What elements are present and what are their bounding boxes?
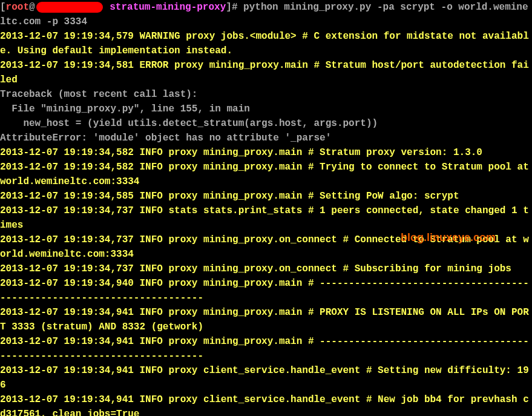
log-line-listening: 2013-12-07 19:19:34,941 INFO proxy minin…: [0, 307, 529, 332]
traceback-code: new_host = (yield utils.detect_stratum(a…: [0, 118, 378, 129]
log-line-info: 2013-12-07 19:19:34,585 INFO proxy minin…: [0, 191, 459, 202]
traceback-exception: AttributeError: 'module' object has no a…: [0, 133, 331, 144]
traceback-file: File "mining_proxy.py", line 155, in mai…: [0, 104, 250, 114]
terminal-output: [root@ stratum-mining-proxy]# python min…: [0, 0, 532, 416]
prompt-user: root: [6, 2, 29, 13]
log-line-info: 2013-12-07 19:19:34,737 INFO proxy minin…: [0, 263, 511, 274]
host-redacted-blob: [36, 2, 103, 13]
log-line-info: 2013-12-07 19:19:34,582 INFO proxy minin…: [0, 147, 482, 158]
prompt-open-bracket: [: [0, 2, 6, 13]
prompt-at: @: [29, 2, 35, 13]
log-line-error: 2013-12-07 19:19:34,581 ERROR proxy mini…: [0, 60, 529, 85]
log-line-divider: 2013-12-07 19:19:34,941 INFO proxy minin…: [0, 336, 529, 362]
prompt-close-bracket: ]: [226, 2, 232, 13]
log-line-info: 2013-12-07 19:19:34,941 INFO proxy clien…: [0, 365, 529, 391]
log-line-info: 2013-12-07 19:19:34,582 INFO proxy minin…: [0, 162, 532, 187]
prompt-dir: stratum-mining-proxy: [110, 2, 226, 13]
log-line-warning: 2013-12-07 19:19:34,579 WARNING proxy jo…: [0, 31, 529, 56]
log-line-info: 2013-12-07 19:19:34,737 INFO proxy minin…: [0, 234, 529, 260]
log-line-info: 2013-12-07 19:19:34,737 INFO stats stats…: [0, 205, 529, 231]
log-line-info: 2013-12-07 19:19:34,941 INFO proxy clien…: [0, 394, 529, 416]
log-line-divider: 2013-12-07 19:19:34,940 INFO proxy minin…: [0, 278, 529, 303]
traceback-header: Traceback (most recent call last):: [0, 89, 197, 100]
